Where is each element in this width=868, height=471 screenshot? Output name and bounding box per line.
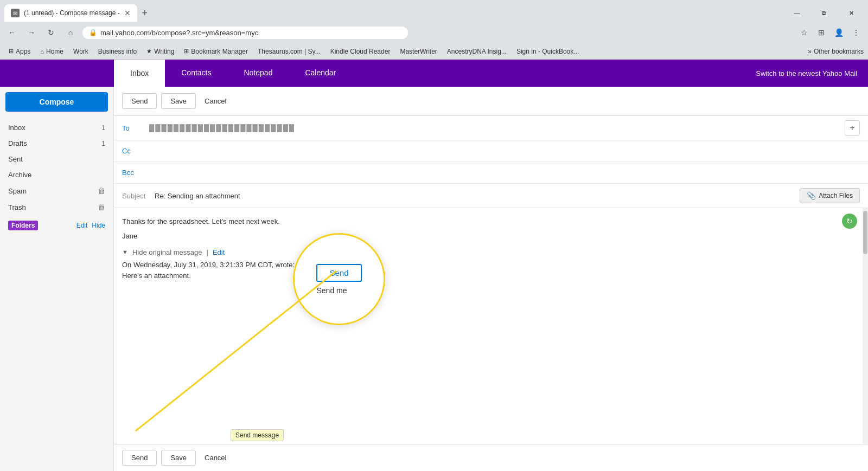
nav-icons: ☆ ⊞ 👤 ⋮ xyxy=(796,25,864,40)
maximize-button[interactable]: ⧉ xyxy=(812,4,837,22)
bcc-label: Bcc xyxy=(122,169,149,177)
add-recipient-button[interactable]: + xyxy=(845,120,860,136)
send-button-bottom[interactable]: Send xyxy=(122,450,157,466)
minimize-button[interactable]: — xyxy=(784,4,809,22)
close-button[interactable]: ✕ xyxy=(839,4,864,22)
cancel-button-top[interactable]: Cancel xyxy=(200,94,231,108)
more-bookmarks[interactable]: » Other bookmarks xyxy=(808,48,864,55)
signature: Jane xyxy=(122,232,860,240)
bookmark-writing[interactable]: ★ Writing xyxy=(142,47,178,56)
bookmarks-bar: ⊞ Apps ⌂ Home Work Business info ★ Writi… xyxy=(0,43,868,60)
bookmark-work[interactable]: Work xyxy=(69,47,93,56)
forward-button[interactable]: → xyxy=(24,25,39,40)
subject-value: Re: Sending an attachment xyxy=(155,192,800,200)
sidebar-item-drafts[interactable]: Drafts 1 xyxy=(0,136,113,151)
address-bar[interactable]: 🔒 mail.yahoo.com/b/compose?.src=ym&reaso… xyxy=(82,27,408,39)
to-label: To xyxy=(122,124,149,132)
bcc-field-row: Bcc xyxy=(114,162,868,184)
folders-hide-button[interactable]: Hide xyxy=(92,222,105,229)
switch-to-new-mail[interactable]: Switch to the newest Yahoo Mail xyxy=(756,60,868,87)
compose-area: Send Save Cancel To + Cc Bcc xyxy=(114,87,868,471)
ssl-icon: 🔒 xyxy=(89,29,97,36)
active-tab[interactable]: ✉ (1 unread) - Compose message - ✕ xyxy=(4,4,137,22)
sidebar-item-sent[interactable]: Sent xyxy=(0,151,113,167)
edit-original-link[interactable]: Edit xyxy=(213,248,225,256)
extensions-icon[interactable]: ⊞ xyxy=(814,25,829,40)
compose-toolbar: Send Save Cancel xyxy=(114,87,868,116)
url-text: mail.yahoo.com/b/compose?.src=ym&reason=… xyxy=(100,29,258,37)
sidebar-item-trash[interactable]: Trash 🗑 xyxy=(0,199,113,215)
save-button-top[interactable]: Save xyxy=(161,93,196,109)
spam-trash-icon: 🗑 xyxy=(98,186,105,195)
menu-icon[interactable]: ⋮ xyxy=(848,25,864,40)
bookmark-manager-icon: ⊞ xyxy=(184,48,189,55)
hide-original-label: Hide original message xyxy=(132,248,202,256)
bookmark-quickbooks[interactable]: Sign in - QuickBook... xyxy=(512,47,583,56)
cc-input[interactable] xyxy=(149,147,860,155)
sidebar-item-archive[interactable]: Archive xyxy=(0,167,113,183)
apps-icon: ⊞ xyxy=(9,48,14,55)
bookmark-home[interactable]: ⌂ Home xyxy=(36,47,68,56)
tab-notepad[interactable]: Notepad xyxy=(228,60,289,87)
original-message: On Wednesday, July 31, 2019, 3:21:33 PM … xyxy=(122,261,860,280)
tab-favicon: ✉ xyxy=(11,9,20,17)
bookmark-business[interactable]: Business info xyxy=(94,47,141,56)
cc-label: Cc xyxy=(122,147,149,155)
body-text[interactable]: Thanks for the spreadsheet. Let's meet n… xyxy=(122,216,860,228)
bookmark-kindle[interactable]: Kindle Cloud Reader xyxy=(326,47,395,56)
folders-actions: Edit Hide xyxy=(76,222,105,229)
bookmark-ancestry[interactable]: AncestryDNA Insig... xyxy=(443,47,511,56)
tab-close-button[interactable]: ✕ xyxy=(124,9,131,17)
cc-field-row: Cc xyxy=(114,140,868,162)
bookmark-thesaurus[interactable]: Thesaurus.com | Sy... xyxy=(253,47,325,56)
trash-icon: 🗑 xyxy=(98,203,105,211)
subject-label: Subject xyxy=(122,192,155,200)
window-controls: — ⧉ ✕ xyxy=(784,4,864,22)
tab-title: (1 unread) - Compose message - xyxy=(24,9,120,17)
refresh-button[interactable]: ↻ xyxy=(842,214,857,229)
paperclip-icon: 📎 xyxy=(807,191,816,200)
yahoo-nav-tabs: Inbox Contacts Notepad Calendar Switch t… xyxy=(0,60,868,87)
home-bm-icon: ⌂ xyxy=(40,48,44,55)
tab-calendar[interactable]: Calendar xyxy=(289,60,352,87)
bookmark-masterwriter[interactable]: MasterWriter xyxy=(395,47,441,56)
subject-row: Subject Re: Sending an attachment 📎 Atta… xyxy=(114,184,868,208)
tab-contacts[interactable]: Contacts xyxy=(165,60,227,87)
original-header: On Wednesday, July 31, 2019, 3:21:33 PM … xyxy=(122,261,860,269)
send-button-top[interactable]: Send xyxy=(122,93,157,109)
cancel-button-bottom[interactable]: Cancel xyxy=(200,450,231,465)
sidebar-item-spam[interactable]: Spam 🗑 xyxy=(0,183,113,199)
attach-files-button[interactable]: 📎 Attach Files xyxy=(800,188,860,203)
star-bm-icon: ★ xyxy=(146,48,152,55)
reload-button[interactable]: ↻ xyxy=(43,25,59,40)
yahoo-body: Compose Inbox 1 Drafts 1 Sent Archive Sp… xyxy=(0,87,868,471)
bcc-input[interactable] xyxy=(149,169,860,177)
send-tooltip: Send message xyxy=(231,429,284,441)
profile-icon[interactable]: 👤 xyxy=(831,25,846,40)
compose-button[interactable]: Compose xyxy=(5,92,108,112)
home-button[interactable]: ⌂ xyxy=(63,25,78,40)
folders-label: Folders xyxy=(8,221,38,230)
bookmark-manager[interactable]: ⊞ Bookmark Manager xyxy=(180,47,252,56)
navigation-bar: ← → ↻ ⌂ 🔒 mail.yahoo.com/b/compose?.src=… xyxy=(0,22,868,43)
sidebar: Compose Inbox 1 Drafts 1 Sent Archive Sp… xyxy=(0,87,114,471)
folders-edit-button[interactable]: Edit xyxy=(76,222,88,229)
hide-original-toggle[interactable]: ▼ Hide original message | Edit xyxy=(122,248,860,256)
compose-body: ↻ Thanks for the spreadsheet. Let's meet… xyxy=(114,208,868,444)
compose-bottom-toolbar: Send Save Cancel Send message xyxy=(114,444,868,471)
yahoo-mail-app: Inbox Contacts Notepad Calendar Switch t… xyxy=(0,60,868,471)
to-field-row: To + xyxy=(114,116,868,140)
to-input[interactable] xyxy=(149,124,845,132)
scrollbar[interactable] xyxy=(863,208,868,444)
star-icon[interactable]: ☆ xyxy=(796,25,812,40)
folders-section: Folders Edit Hide xyxy=(0,215,113,233)
new-tab-button[interactable]: + xyxy=(137,5,152,21)
tab-inbox[interactable]: Inbox xyxy=(114,60,165,87)
collapse-icon: ▼ xyxy=(122,249,128,255)
save-button-bottom[interactable]: Save xyxy=(161,450,196,466)
back-button[interactable]: ← xyxy=(4,25,20,40)
scrollbar-thumb xyxy=(863,211,867,254)
sidebar-item-inbox[interactable]: Inbox 1 xyxy=(0,120,113,136)
original-body: Here's an attachment. xyxy=(122,272,860,280)
bookmark-apps[interactable]: ⊞ Apps xyxy=(4,47,35,56)
